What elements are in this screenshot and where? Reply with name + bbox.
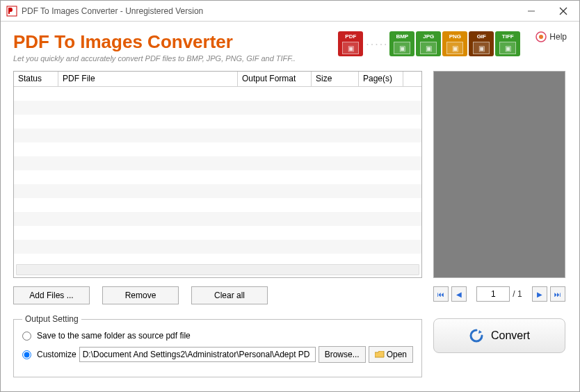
table-row[interactable] bbox=[14, 254, 421, 268]
page-input[interactable] bbox=[476, 286, 510, 302]
pager: ⏮ ◀ / 1 ▶ ⏭ bbox=[433, 286, 565, 302]
help-label: Help bbox=[549, 32, 567, 42]
table-row[interactable] bbox=[14, 115, 421, 129]
png-format-icon: PNG▣ bbox=[442, 31, 467, 56]
table-row[interactable] bbox=[14, 170, 421, 184]
first-page-button[interactable]: ⏮ bbox=[433, 286, 449, 302]
titlebar: PDF To Images Converter - Unregistered V… bbox=[1, 1, 579, 22]
convert-button[interactable]: Convert bbox=[433, 318, 565, 353]
add-files-button[interactable]: Add Files ... bbox=[13, 286, 90, 304]
open-button[interactable]: Open bbox=[369, 346, 413, 363]
format-icons: PDF ▣ ······▸ BMP▣JPG▣PNG▣GIF▣TIFF▣ bbox=[338, 31, 520, 56]
radio-same-folder[interactable] bbox=[22, 332, 31, 341]
open-label: Open bbox=[387, 350, 407, 359]
gif-format-icon: GIF▣ bbox=[469, 31, 494, 56]
table-row[interactable] bbox=[14, 198, 421, 212]
radio-customize-label[interactable]: Customize bbox=[37, 350, 76, 359]
app-icon bbox=[6, 6, 17, 17]
jpg-format-icon: JPG▣ bbox=[416, 31, 441, 56]
radio-same-label[interactable]: Save to the same folder as source pdf fi… bbox=[37, 331, 191, 341]
table-row[interactable] bbox=[14, 142, 421, 156]
output-legend: Output Setting bbox=[22, 314, 81, 324]
table-row[interactable] bbox=[14, 156, 421, 170]
refresh-icon bbox=[469, 328, 484, 343]
convert-label: Convert bbox=[491, 329, 530, 342]
column-size[interactable]: Size bbox=[312, 72, 359, 86]
table-row[interactable] bbox=[14, 129, 421, 142]
table-row[interactable] bbox=[14, 240, 421, 254]
output-setting-group: Output Setting Save to the same folder a… bbox=[13, 314, 422, 377]
table-row[interactable] bbox=[14, 212, 421, 226]
prev-page-button[interactable]: ◀ bbox=[451, 286, 467, 302]
column-status[interactable]: Status bbox=[14, 72, 58, 86]
column-output-format[interactable]: Output Format bbox=[238, 72, 312, 86]
bmp-format-icon: BMP▣ bbox=[389, 31, 414, 56]
tiff-format-icon: TIFF▣ bbox=[495, 31, 520, 56]
output-path-input[interactable] bbox=[79, 347, 316, 362]
preview-panel bbox=[433, 71, 565, 278]
close-button[interactable] bbox=[547, 1, 579, 22]
remove-button[interactable]: Remove bbox=[102, 286, 179, 304]
table-row[interactable] bbox=[14, 101, 421, 115]
table-row[interactable] bbox=[14, 87, 421, 101]
help-icon bbox=[535, 31, 547, 42]
browse-button[interactable]: Browse... bbox=[319, 346, 366, 363]
arrow-icon: ······▸ bbox=[366, 38, 387, 51]
next-page-button[interactable]: ▶ bbox=[532, 286, 547, 302]
clear-all-button[interactable]: Clear all bbox=[191, 286, 268, 304]
page-subtitle: Let you quickly and accurately convert P… bbox=[13, 54, 330, 63]
table-row[interactable] bbox=[14, 184, 421, 198]
pdf-icon: PDF ▣ bbox=[338, 31, 363, 56]
file-table[interactable]: StatusPDF FileOutput FormatSizePage(s) bbox=[13, 71, 422, 278]
minimize-button[interactable] bbox=[515, 1, 547, 22]
page-title: PDF To Images Converter bbox=[13, 31, 330, 53]
column-pdf-file[interactable]: PDF File bbox=[58, 72, 238, 86]
radio-customize[interactable] bbox=[22, 350, 31, 359]
window-controls bbox=[515, 1, 579, 22]
help-link[interactable]: Help bbox=[535, 31, 567, 42]
svg-point-5 bbox=[539, 35, 543, 39]
page-total: / 1 bbox=[513, 289, 522, 299]
folder-icon bbox=[375, 351, 385, 359]
last-page-button[interactable]: ⏭ bbox=[550, 286, 565, 302]
window-title: PDF To Images Converter - Unregistered V… bbox=[22, 6, 515, 16]
column-page-s-[interactable]: Page(s) bbox=[359, 72, 403, 86]
table-row[interactable] bbox=[14, 226, 421, 240]
